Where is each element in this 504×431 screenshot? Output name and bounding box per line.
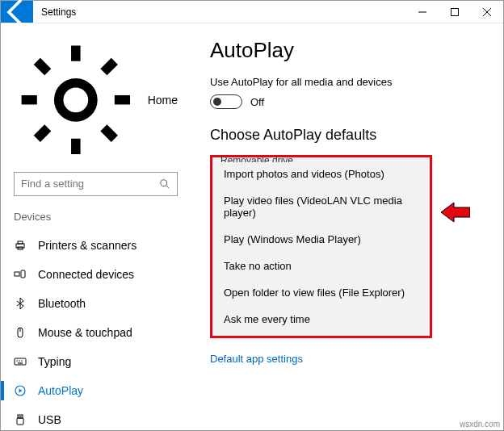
sidebar-item-mouse[interactable]: Mouse & touchpad [1, 318, 191, 347]
usb-icon [14, 413, 27, 426]
annotation-arrow-icon [441, 201, 470, 224]
dropdown-option[interactable]: Open folder to view files (File Explorer… [212, 279, 430, 306]
page-title: AutoPlay [210, 38, 484, 63]
sidebar-item-connected[interactable]: Connected devices [1, 260, 191, 289]
svg-rect-8 [18, 241, 23, 244]
settings-window: Settings Home [0, 0, 504, 431]
close-button[interactable] [471, 1, 503, 23]
sidebar-item-typing[interactable]: Typing [1, 347, 191, 376]
minimize-icon [418, 8, 426, 16]
home-button[interactable]: Home [1, 33, 191, 172]
toggle-state: Off [250, 96, 264, 108]
autoplay-icon [14, 384, 27, 397]
sidebar-item-label: Bluetooth [38, 297, 86, 310]
body: Home Devices Printers & scanners Connect… [1, 23, 503, 430]
dropdown-option[interactable]: Import photos and videos (Photos) [212, 161, 430, 187]
dropdown-option[interactable]: Play (Windows Media Player) [212, 226, 430, 253]
search-wrap [1, 172, 191, 207]
sidebar-item-autoplay[interactable]: AutoPlay [1, 376, 191, 405]
nav-list: Printers & scanners Connected devices Bl… [1, 231, 191, 430]
sidebar-item-printers[interactable]: Printers & scanners [1, 231, 191, 260]
footer-watermark: wsxdn.com [460, 420, 500, 429]
titlebar: Settings [1, 1, 503, 23]
mouse-icon [14, 326, 27, 339]
toggle-description: Use AutoPlay for all media and devices [210, 76, 484, 88]
main-content: AutoPlay Use AutoPlay for all media and … [191, 23, 503, 430]
connected-icon [14, 268, 27, 281]
back-button[interactable] [1, 1, 33, 23]
dropdown-option[interactable]: Play video files (VideoLAN VLC media pla… [212, 187, 430, 226]
section-title: Choose AutoPlay defaults [210, 127, 484, 144]
sidebar-item-label: Typing [38, 355, 71, 368]
search-input[interactable] [21, 178, 159, 190]
maximize-button[interactable] [439, 1, 471, 23]
dropdown-label: Removable drive [220, 156, 293, 162]
dropdown-option[interactable]: Ask me every time [212, 306, 430, 333]
sidebar-item-label: AutoPlay [38, 384, 83, 397]
sidebar-item-bluetooth[interactable]: Bluetooth [1, 289, 191, 318]
search-box[interactable] [14, 172, 178, 196]
sidebar-item-label: Mouse & touchpad [38, 326, 132, 339]
close-icon [483, 8, 491, 16]
svg-rect-20 [18, 415, 23, 418]
minimize-button[interactable] [406, 1, 439, 23]
svg-rect-11 [21, 270, 25, 278]
autoplay-toggle[interactable] [210, 94, 242, 109]
svg-rect-10 [15, 272, 19, 276]
svg-rect-1 [452, 8, 459, 15]
section-label: Devices [1, 207, 191, 231]
sidebar-item-label: Connected devices [38, 268, 134, 281]
dropdown-option[interactable]: Take no action [212, 253, 430, 279]
keyboard-icon [14, 355, 27, 368]
gear-icon [14, 38, 138, 162]
bluetooth-icon [14, 297, 27, 310]
window-controls [406, 1, 503, 23]
titlebar-spacer [84, 1, 406, 23]
sidebar-item-label: USB [38, 413, 61, 426]
svg-rect-14 [15, 358, 26, 365]
svg-rect-21 [17, 418, 23, 425]
sidebar-item-usb[interactable]: USB [1, 405, 191, 430]
printer-icon [14, 239, 27, 252]
toggle-row: Off [210, 94, 484, 109]
removable-drive-dropdown[interactable]: Removable drive Import photos and videos… [210, 155, 432, 338]
sidebar: Home Devices Printers & scanners Connect… [1, 23, 191, 430]
home-label: Home [148, 94, 178, 107]
default-app-settings-link[interactable]: Default app settings [210, 353, 484, 365]
maximize-icon [451, 8, 459, 16]
sidebar-item-label: Printers & scanners [38, 239, 136, 252]
search-icon [159, 178, 170, 190]
svg-line-6 [166, 185, 170, 188]
svg-marker-24 [441, 203, 470, 222]
svg-point-5 [161, 179, 167, 186]
svg-point-4 [59, 83, 93, 117]
window-title: Settings [33, 1, 84, 23]
